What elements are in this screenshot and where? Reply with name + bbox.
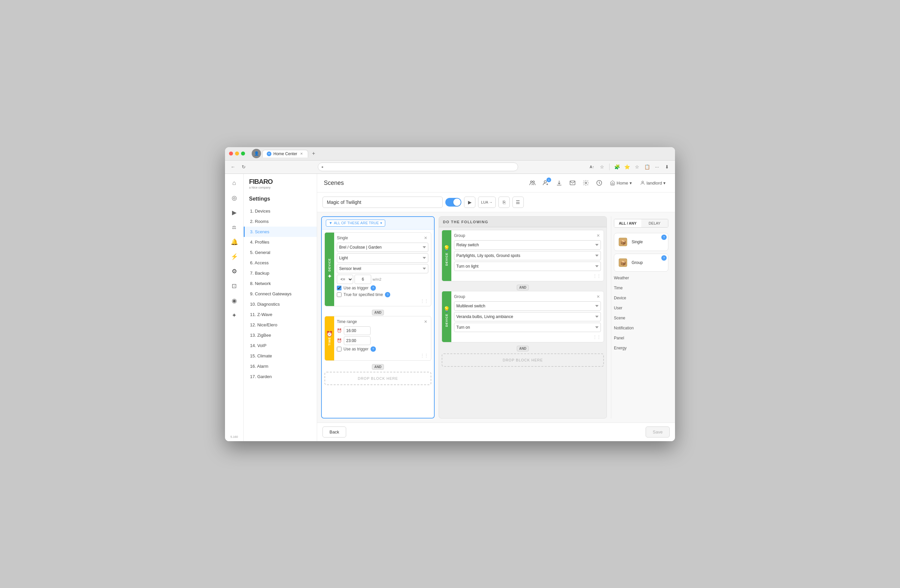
header-mail-icon[interactable] [567, 178, 578, 188]
settings-nav-connect-gateways[interactable]: 9. Connect Gateways [244, 289, 317, 299]
actions-drop-zone[interactable]: DROP BLOCK HERE [442, 354, 604, 367]
action-drag-handle-1[interactable]: ⋮⋮ [454, 274, 601, 278]
sidebar-icon-terminal[interactable]: ⊡ [228, 279, 241, 293]
device-select[interactable]: Brel / Coulisse | Garden [337, 243, 428, 252]
operator-select[interactable]: <= [337, 275, 353, 284]
settings-nav-diagnostics[interactable]: 10. Diagnostics [244, 299, 317, 309]
profile-account-button[interactable]: ⬇ [663, 163, 671, 171]
settings-nav-zigbee[interactable]: 13. ZigBee [244, 330, 317, 340]
action-block-close-2[interactable]: ✕ [596, 294, 601, 299]
minimize-button[interactable] [235, 152, 239, 155]
action-devices-2[interactable]: Veranda bulbs, Living ambiance [454, 312, 601, 321]
more-button[interactable]: ··· [653, 163, 661, 171]
scene-enabled-toggle[interactable] [445, 198, 461, 206]
true-time-help-icon[interactable]: ? [385, 292, 390, 297]
action-drag-handle-2[interactable]: ⋮⋮ [454, 335, 601, 340]
property-select[interactable]: Light [337, 253, 428, 263]
sidebar-icon-scenes[interactable]: ◎ [228, 191, 241, 205]
action-devices-1[interactable]: Partylights, Lily spots, Ground spots [454, 251, 601, 260]
trigger-help-icon[interactable]: ? [371, 285, 376, 291]
action-device-type-2[interactable]: Multilevel switch [454, 301, 601, 311]
action-select-1[interactable]: Turn on light [454, 262, 601, 271]
bookmark-button[interactable]: ☆ [598, 163, 606, 171]
header-person-add-icon[interactable]: 1 [540, 178, 551, 188]
sidebar-icon-gear2[interactable]: ✦ [228, 309, 241, 322]
settings-nav-zwave[interactable]: 11. Z-Wave [244, 309, 317, 320]
time-to-input[interactable] [344, 337, 371, 345]
value-input[interactable] [355, 275, 371, 284]
active-tab[interactable]: H Home Center ✕ [262, 150, 308, 158]
settings-nav-profiles[interactable]: 4. Profiles [244, 237, 317, 247]
settings-nav-backup[interactable]: 7. Backup [244, 268, 317, 278]
settings-nav-general[interactable]: 5. General [244, 247, 317, 258]
header-persons-icon[interactable] [527, 178, 538, 188]
user-selector[interactable]: landlord ▾ [637, 179, 668, 187]
maximize-button[interactable] [241, 152, 245, 155]
extensions-button[interactable]: 🧩 [613, 163, 621, 171]
action-block-close-1[interactable]: ✕ [596, 233, 601, 238]
play-scene-button[interactable]: ▶ [464, 197, 475, 208]
refresh-button[interactable]: ↻ [240, 163, 248, 171]
sidebar-cat-notification[interactable]: Notification [614, 324, 668, 332]
sidebar-cat-panel[interactable]: Panel [614, 334, 668, 342]
settings-nav-alarm[interactable]: 16. Alarm [244, 361, 317, 371]
header-clock-icon[interactable] [594, 178, 605, 188]
sidebar-icon-bell[interactable]: 🔔 [228, 235, 241, 248]
address-bar[interactable]: ● [318, 163, 518, 171]
settings-nav-scenes[interactable]: 3. Scenes [244, 227, 317, 237]
single-card-help[interactable]: ? [661, 234, 667, 240]
sidebar-cat-time[interactable]: Time [614, 284, 668, 292]
back-button[interactable]: Back [323, 427, 346, 438]
settings-nav-devices[interactable]: 1. Devices [244, 206, 317, 216]
time-drag-handle[interactable]: ⋮⋮ [337, 353, 428, 358]
scene-name-input[interactable] [323, 197, 443, 208]
action-device-type-1[interactable]: Relay switch [454, 240, 601, 250]
sidebar-cat-user[interactable]: User [614, 304, 668, 312]
close-button[interactable] [229, 152, 233, 155]
settings-nav-voip[interactable]: 14. VoIP [244, 340, 317, 351]
time-trigger-help-icon[interactable]: ? [371, 346, 376, 352]
translate-button[interactable]: A↑ [588, 163, 596, 171]
lua-button[interactable]: LUA → [478, 197, 496, 208]
single-block-close[interactable]: ✕ [423, 235, 428, 240]
group-card-help[interactable]: ? [661, 255, 667, 261]
all-of-these-button[interactable]: ▼ ALL OF THESE ARE TRUE ▾ [326, 220, 385, 227]
settings-nav-rooms[interactable]: 2. Rooms [244, 216, 317, 227]
sidebar-cat-scene[interactable]: Scene [614, 314, 668, 322]
settings-nav-garden[interactable]: 17. Garden [244, 371, 317, 382]
menu-button[interactable]: ☰ [512, 197, 524, 208]
sensor-select[interactable]: Sensor level [337, 264, 428, 273]
time-trigger-checkbox[interactable] [337, 347, 341, 351]
collections-button[interactable]: 📋 [643, 163, 651, 171]
tab-close-button[interactable]: ✕ [299, 152, 304, 156]
time-from-input[interactable] [344, 326, 371, 335]
settings-nav-access[interactable]: 6. Access [244, 258, 317, 268]
save-button[interactable]: Save [646, 427, 670, 438]
sidebar-icon-home[interactable]: ⌂ [228, 177, 241, 190]
sidebar-icon-sliders[interactable]: ⚖ [228, 220, 241, 234]
use-as-trigger-checkbox[interactable] [337, 285, 341, 290]
favorites-button[interactable]: ☆ [633, 163, 641, 171]
sidebar-icon-play[interactable]: ▶ [228, 206, 241, 219]
drag-handle[interactable]: ⋮⋮ [337, 299, 428, 303]
sidebar-cat-device[interactable]: Device [614, 294, 668, 302]
sidebar-icon-lightning[interactable]: ⚡ [228, 250, 241, 263]
back-nav-button[interactable]: ← [229, 163, 237, 171]
settings-nav-climate[interactable]: 15. Climate [244, 351, 317, 361]
sidebar-icon-circle[interactable]: ◉ [228, 294, 241, 307]
all-any-button[interactable]: ALL / ANY [614, 219, 641, 227]
device-card-single[interactable]: 📦 Single ? [614, 233, 668, 251]
sidebar-cat-weather[interactable]: Weather [614, 274, 668, 282]
device-card-group[interactable]: 📦 Group ? [614, 254, 668, 272]
true-for-time-checkbox[interactable] [337, 292, 341, 297]
time-block-close[interactable]: ✕ [423, 319, 428, 324]
home-selector[interactable]: Home ▾ [607, 179, 635, 187]
conditions-drop-zone[interactable]: DROP BLOCK HERE [324, 372, 431, 385]
copy-scene-button[interactable]: ⎘ [498, 197, 510, 208]
header-settings-icon[interactable] [580, 178, 591, 188]
header-download-icon[interactable] [554, 178, 565, 188]
profiles-button[interactable]: ⭐ [623, 163, 631, 171]
delay-button[interactable]: DELAY [641, 219, 668, 227]
new-tab-button[interactable]: + [309, 149, 318, 158]
action-select-2[interactable]: Turn on [454, 323, 601, 332]
